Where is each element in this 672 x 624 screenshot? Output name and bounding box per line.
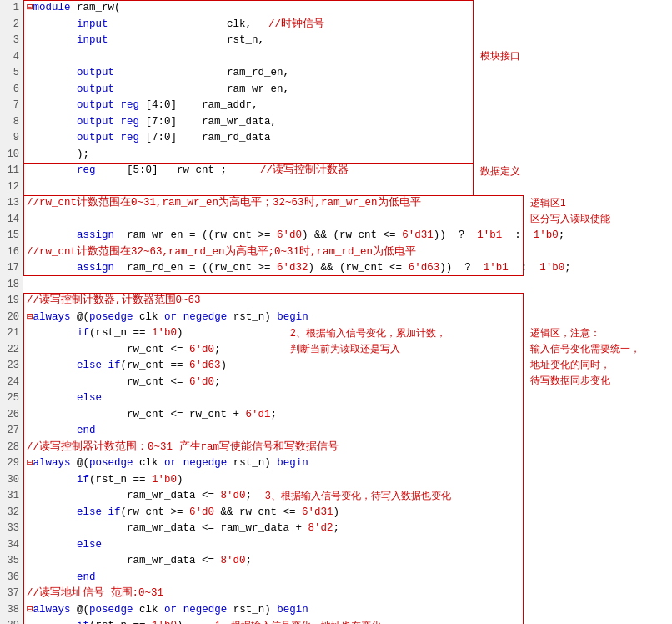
code-line-34: else [27,537,672,554]
code-line-35: ram_wr_data <= 8'd0; [27,553,672,570]
line-numbers: 12345 678910 1112131415 1617181920 21222… [0,0,23,624]
code-line-13: //rw_cnt计数范围在0~31,ram_wr_en为高电平；32~63时,r… [27,195,672,212]
code-line-20: ⊟always @(posedge clk or negedge rst_n) … [27,309,672,326]
code-line-16: //rw_cnt计数范围在32~63,ram_rd_en为高电平;0~31时,r… [27,244,672,261]
code-line-32: else if(rw_cnt >= 6'd0 && rw_cnt <= 6'd3… [27,505,672,521]
code-line-3: input rst_n, [27,33,672,49]
code-line-26: rw_cnt <= rw_cnt + 6'd1; [27,407,672,424]
code-line-19: //读写控制计数器,计数器范围0~63 [27,293,672,309]
code-line-30: if(rst_n == 1'b0) [27,472,672,489]
code-line-11: reg [5:0] rw_cnt ;//读写控制计数器 [27,163,672,179]
code-line-2: input clk,//时钟信号 [27,17,672,33]
code-line-38: ⊟always @(posedge clk or negedge rst_n) … [27,602,672,619]
code-line-1: ⊟module ram_rw( [27,0,672,17]
code-line-28: //读写控制器计数范围：0~31 产生ram写使能信号和写数据信号 [27,440,672,456]
code-line-29: ⊟always @(posedge clk or negedge rst_n) … [27,455,672,472]
code-line-6: output ram_wr_en, [27,82,672,98]
code-line-21: if(rst_n == 1'b0) [27,325,672,342]
code-line-5: output ram_rd_en, [27,65,672,82]
code-line-23: else if(rw_cnt == 6'd63) [27,358,672,375]
code-line-12 [27,179,672,196]
code-line-37: //读写地址信号 范围:0~31 [27,586,672,602]
code-line-8: output reg [7:0] ram_wr_data, [27,114,672,131]
code-line-33: ram_wr_data <= ram_wr_data + 8'd2; [27,521,672,537]
code-line-39: if(rst_n == 1'b0) [27,618,672,624]
code-line-10: ); [27,147,672,164]
code-area: 模块接口 数据定义 逻辑区1 区分写入读取使能 2、根据输入信号变化，累加计数，… [23,0,672,624]
code-line-17: assign ram_rd_en = ((rw_cnt >= 6'd32) &&… [27,260,672,277]
code-container: 12345 678910 1112131415 1617181920 21222… [0,0,672,624]
code-line-18 [27,277,672,294]
code-line-27: end [27,423,672,440]
code-line-15: assign ram_wr_en = ((rw_cnt >= 6'd0) && … [27,228,672,244]
code-line-7: output reg [4:0] ram_addr, [27,98,672,114]
code-line-31: ram_wr_data <= 8'd0; [27,488,672,505]
code-line-36: end [27,570,672,586]
code-line-9: output reg [7:0] ram_rd_data [27,130,672,147]
code-line-14 [27,212,672,229]
code-line-22: rw_cnt <= 6'd0; [27,342,672,359]
code-line-25: else [27,390,672,407]
code-line-4 [27,49,672,66]
code-line-24: rw_cnt <= 6'd0; [27,375,672,391]
